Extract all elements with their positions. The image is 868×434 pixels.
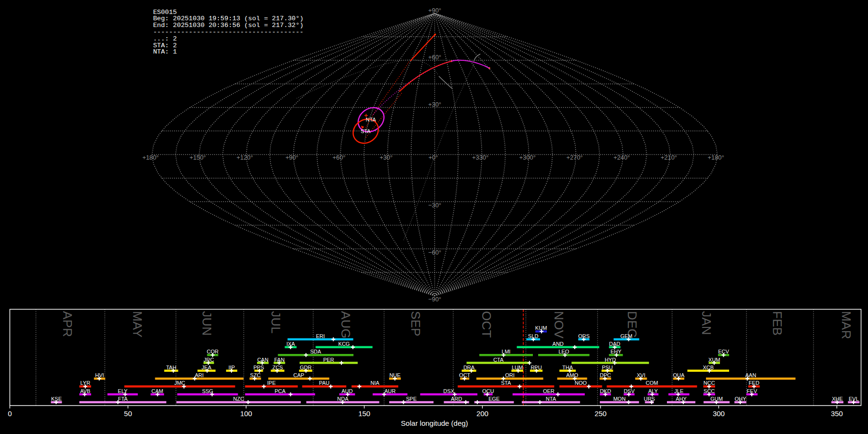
- svg-text:SLD: SLD: [528, 333, 538, 339]
- svg-text:Solar longitude (deg): Solar longitude (deg): [401, 419, 468, 427]
- svg-text:HVI: HVI: [95, 372, 104, 378]
- svg-text:ARI: ARI: [195, 372, 203, 378]
- svg-text:250: 250: [595, 409, 607, 418]
- svg-text:+60°: +60°: [428, 54, 441, 61]
- svg-text:CTA: CTA: [493, 357, 504, 363]
- svg-text:JMC: JMC: [174, 380, 185, 386]
- svg-text:−30°: −30°: [428, 202, 441, 209]
- svg-text:OCT: OCT: [459, 372, 471, 378]
- svg-text:GDR: GDR: [300, 365, 312, 370]
- svg-text:+300°: +300°: [519, 154, 536, 161]
- svg-text:+330°: +330°: [472, 154, 488, 161]
- svg-text:LEO: LEO: [558, 349, 569, 354]
- svg-text:KUM: KUM: [535, 325, 547, 331]
- svg-text:APR: APR: [60, 311, 75, 337]
- svg-text:SDA: SDA: [310, 349, 321, 354]
- svg-text:RPU: RPU: [530, 365, 542, 370]
- svg-text:AUD: AUD: [341, 388, 353, 394]
- svg-text:NTA: NTA: [366, 117, 377, 122]
- svg-text:NDA: NDA: [337, 396, 349, 402]
- svg-text:350: 350: [831, 409, 843, 418]
- svg-text:FED: FED: [749, 380, 760, 386]
- svg-text:NTA: NTA: [546, 396, 556, 402]
- svg-text:LYR: LYR: [81, 380, 91, 386]
- svg-text:NZC: NZC: [233, 396, 244, 402]
- svg-text:OCU: OCU: [482, 388, 494, 394]
- svg-text:NOO: NOO: [575, 380, 587, 386]
- svg-text:NCC: NCC: [704, 380, 715, 386]
- svg-text:JAN: JAN: [699, 311, 714, 335]
- svg-text:JUL: JUL: [269, 311, 283, 334]
- svg-text:XCB: XCB: [703, 365, 714, 370]
- svg-text:DKD: DKD: [600, 388, 611, 394]
- svg-text:NTA: 1: NTA: 1: [153, 48, 176, 55]
- svg-text:PSU: PSU: [602, 365, 613, 370]
- svg-text:COR: COR: [207, 349, 219, 354]
- svg-text:COM: COM: [646, 380, 658, 386]
- svg-text:DRA: DRA: [463, 365, 475, 370]
- svg-text:IPE: IPE: [267, 380, 276, 386]
- svg-text:SSG: SSG: [202, 388, 213, 394]
- svg-text:SZC: SZC: [250, 372, 260, 378]
- svg-text:IIP: IIP: [229, 365, 235, 370]
- svg-text:SCC: SCC: [704, 388, 715, 394]
- svg-text:+30°: +30°: [428, 101, 441, 108]
- svg-text:HYD: HYD: [605, 357, 616, 363]
- svg-text:QUA: QUA: [673, 372, 685, 378]
- svg-text:XUM: XUM: [708, 357, 720, 363]
- svg-text:URS: URS: [644, 396, 655, 402]
- svg-text:ORI: ORI: [505, 372, 515, 378]
- svg-text:PER: PER: [323, 357, 334, 363]
- svg-text:150: 150: [358, 409, 370, 418]
- svg-text:JUN: JUN: [200, 311, 214, 336]
- svg-text:AAN: AAN: [745, 372, 756, 378]
- svg-text:FEB: FEB: [770, 311, 785, 336]
- svg-text:100: 100: [240, 409, 252, 418]
- svg-text:NUE: NUE: [389, 372, 400, 378]
- svg-text:EGE: EGE: [488, 396, 500, 402]
- svg-text:JLE: JLE: [674, 388, 683, 394]
- svg-text:+180°: +180°: [142, 154, 159, 161]
- svg-text:SEP: SEP: [408, 311, 423, 337]
- svg-text:LMI: LMI: [502, 349, 510, 354]
- svg-text:OHY: OHY: [734, 396, 746, 402]
- svg-text:Beg: 20251030 19:59:13 (sol =: Beg: 20251030 19:59:13 (sol = 217.30°): [153, 15, 303, 22]
- svg-text:KCG: KCG: [339, 341, 350, 347]
- svg-text:AVB: AVB: [80, 388, 90, 394]
- svg-text:ELY: ELY: [118, 388, 128, 394]
- svg-text:50: 50: [124, 409, 132, 418]
- svg-text:DSV: DSV: [624, 388, 635, 394]
- svg-text:+60°: +60°: [333, 154, 346, 161]
- svg-text:MAR: MAR: [839, 311, 854, 339]
- svg-text:IXA: IXA: [286, 341, 295, 347]
- svg-text:ES0015: ES0015: [153, 9, 176, 16]
- svg-text:EHY: EHY: [610, 349, 622, 354]
- svg-text:+0°: +0°: [429, 154, 438, 161]
- svg-text:GUM: GUM: [710, 396, 723, 402]
- svg-text:DSX: DSX: [443, 388, 454, 394]
- svg-text:FEV: FEV: [747, 388, 758, 394]
- svg-text:ARD: ARD: [451, 396, 462, 402]
- svg-text:...: 2: ...: 2: [153, 35, 176, 42]
- svg-text:+240°: +240°: [613, 154, 630, 161]
- svg-text:THA: THA: [562, 365, 573, 370]
- svg-text:LUM: LUM: [512, 365, 523, 370]
- svg-text:XHE: XHE: [832, 396, 843, 402]
- svg-text:−60°: −60°: [428, 249, 441, 256]
- svg-text:+30°: +30°: [380, 154, 393, 161]
- svg-text:JRC: JRC: [203, 357, 214, 363]
- svg-text:NIA: NIA: [370, 380, 380, 386]
- svg-text:AUG: AUG: [339, 311, 353, 339]
- svg-text:OCT: OCT: [479, 311, 494, 338]
- svg-text:------------------------------: --------------------------------------: [153, 28, 303, 36]
- svg-text:KSE: KSE: [51, 396, 62, 402]
- svg-text:PCA: PCA: [274, 388, 285, 394]
- svg-text:PPS: PPS: [253, 365, 264, 370]
- svg-text:DPC: DPC: [600, 372, 611, 378]
- svg-text:300: 300: [713, 409, 725, 418]
- svg-text:FAN: FAN: [274, 357, 285, 363]
- svg-text:NOV: NOV: [552, 311, 566, 339]
- svg-text:+150°: +150°: [190, 154, 206, 161]
- svg-text:+180°: +180°: [708, 154, 724, 161]
- svg-text:TAH: TAH: [166, 365, 176, 370]
